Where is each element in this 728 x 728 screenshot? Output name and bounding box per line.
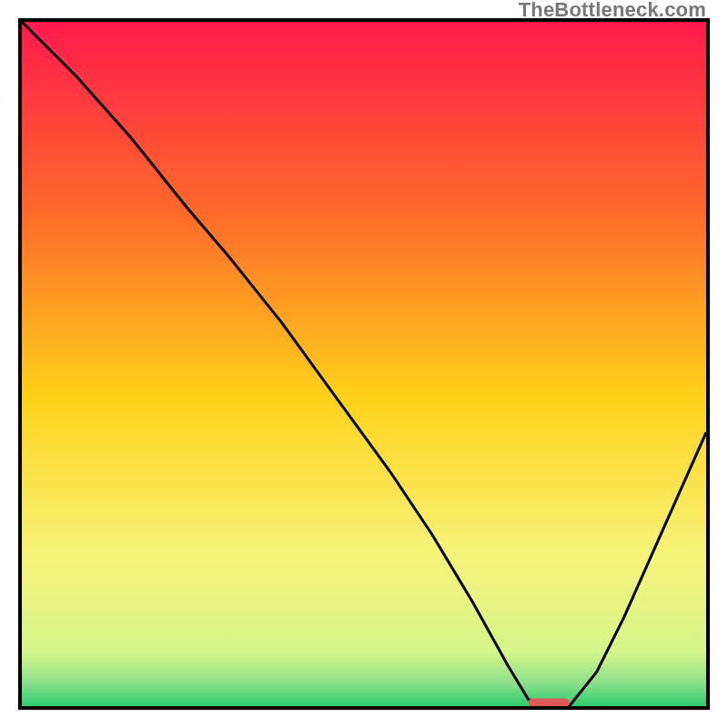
optimum-marker	[529, 698, 570, 706]
chart-frame: TheBottleneck.com	[0, 0, 728, 728]
plot-area	[18, 18, 710, 710]
watermark-text: TheBottleneck.com	[519, 0, 706, 22]
chart-background	[22, 22, 706, 706]
chart-svg	[22, 22, 706, 706]
